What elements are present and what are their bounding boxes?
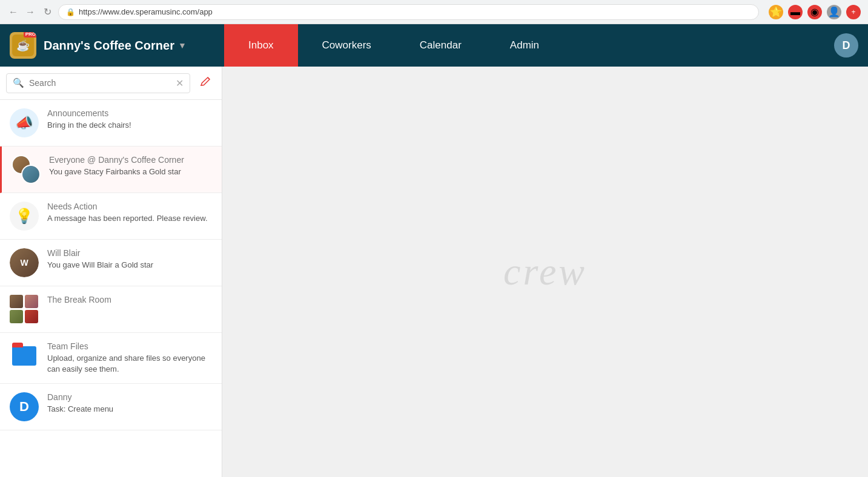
qa2 — [25, 295, 38, 308]
lock-icon: 🔒 — [66, 8, 75, 16]
search-clear-icon[interactable]: ✕ — [176, 77, 184, 89]
announcements-name: Announcements — [47, 108, 212, 118]
team-files-name: Team Files — [47, 341, 212, 351]
main-nav: Inbox Coworkers Calendar Admin — [224, 24, 834, 67]
search-bar: 🔍 ✕ — [0, 67, 222, 100]
needs-action-content: Needs Action A message has been reported… — [47, 202, 212, 224]
inbox-item-team-files[interactable]: Team Files Upload, organize and share fi… — [0, 333, 222, 384]
nav-admin[interactable]: Admin — [486, 24, 563, 67]
inbox-item-announcements[interactable]: 📣 Announcements Bring in the deck chairs… — [0, 100, 222, 146]
will-blair-preview: You gave Will Blair a Gold star — [47, 260, 212, 271]
needs-action-avatar: 💡 — [10, 202, 39, 231]
qa3 — [10, 310, 23, 323]
inbox-item-everyone[interactable]: Everyone @ Danny's Coffee Corner You gav… — [0, 146, 222, 193]
qa1 — [10, 295, 23, 308]
break-room-name: The Break Room — [47, 295, 212, 304]
user-avatar[interactable]: D — [834, 33, 858, 58]
search-input[interactable] — [29, 78, 171, 88]
team-files-avatar — [10, 341, 39, 370]
search-icon: 🔍 — [13, 77, 24, 88]
compose-button[interactable] — [195, 73, 216, 93]
nav-coworkers[interactable]: Coworkers — [298, 24, 396, 67]
everyone-name: Everyone @ Danny's Coffee Corner — [49, 155, 212, 165]
browser-chrome: ← → ↻ 🔒 https://www.dev.speramusinc.com/… — [0, 0, 868, 24]
needs-action-name: Needs Action — [47, 202, 212, 211]
will-blair-avatar: W — [10, 248, 39, 277]
ext-icon-3[interactable]: + — [846, 5, 861, 19]
danny-avatar: D — [10, 392, 39, 421]
folder-shape — [12, 346, 36, 366]
break-room-content: The Break Room — [47, 295, 212, 306]
needs-action-preview: A message has been reported. Please revi… — [47, 213, 212, 224]
lightbulb-icon: 💡 — [15, 208, 33, 225]
reload-button[interactable]: ↻ — [41, 6, 53, 18]
main-content: crew — [222, 67, 868, 477]
sidebar: 🔍 ✕ 📣 Announcements Bring in the deck ch… — [0, 67, 222, 477]
everyone-preview: You gave Stacy Fairbanks a Gold star — [49, 166, 212, 177]
brand-logo[interactable]: ☕ PRO — [10, 32, 36, 59]
inbox-item-needs-action[interactable]: 💡 Needs Action A message has been report… — [0, 193, 222, 240]
crew-watermark: crew — [503, 249, 587, 294]
browser-action-icons: ⭐ ▬ ◉ 👤 + — [769, 5, 861, 19]
inbox-item-break-room[interactable]: The Break Room — [0, 286, 222, 333]
announcements-preview: Bring in the deck chairs! — [47, 120, 212, 131]
everyone-content: Everyone @ Danny's Coffee Corner You gav… — [49, 155, 212, 177]
team-files-content: Team Files Upload, organize and share fi… — [47, 341, 212, 375]
url-text: https://www.dev.speramusinc.com/app — [79, 7, 213, 16]
megaphone-icon: 📣 — [15, 114, 33, 131]
break-room-avatar — [10, 295, 39, 324]
will-blair-content: Will Blair You gave Will Blair a Gold st… — [47, 248, 212, 271]
user-circle-icon[interactable]: 👤 — [827, 5, 841, 19]
address-bar[interactable]: 🔒 https://www.dev.speramusinc.com/app — [58, 4, 759, 20]
announcements-avatar: 📣 — [10, 108, 39, 137]
everyone-avatar — [12, 155, 41, 184]
qa4 — [25, 310, 38, 323]
forward-button[interactable]: → — [24, 6, 36, 18]
danny-name: Danny — [47, 392, 212, 402]
announcements-content: Announcements Bring in the deck chairs! — [47, 108, 212, 131]
brand-section: ☕ PRO Danny's Coffee Corner ▼ — [0, 32, 224, 59]
pro-badge: PRO — [24, 32, 36, 38]
bookmark-icon[interactable]: ⭐ — [769, 5, 783, 19]
ext-icon-1[interactable]: ▬ — [788, 5, 803, 19]
app-header: ☕ PRO Danny's Coffee Corner ▼ Inbox Cowo… — [0, 24, 868, 67]
main-layout: 🔍 ✕ 📣 Announcements Bring in the deck ch… — [0, 67, 868, 477]
ext-icon-2[interactable]: ◉ — [807, 5, 822, 19]
nav-inbox[interactable]: Inbox — [224, 24, 298, 67]
logo-inner: ☕ — [12, 35, 34, 56]
danny-preview: Task: Create menu — [47, 404, 212, 415]
inbox-item-will-blair[interactable]: W Will Blair You gave Will Blair a Gold … — [0, 240, 222, 286]
back-button[interactable]: ← — [7, 6, 19, 18]
nav-calendar[interactable]: Calendar — [396, 24, 486, 67]
inbox-item-danny[interactable]: D Danny Task: Create menu — [0, 384, 222, 430]
danny-content: Danny Task: Create menu — [47, 392, 212, 415]
avatar-2 — [21, 165, 41, 184]
brand-dropdown-arrow[interactable]: ▼ — [178, 41, 187, 50]
search-input-wrap[interactable]: 🔍 ✕ — [6, 73, 190, 93]
brand-name[interactable]: Danny's Coffee Corner ▼ — [44, 39, 187, 53]
team-files-preview: Upload, organize and share files so ever… — [47, 353, 212, 375]
will-blair-name: Will Blair — [47, 248, 212, 258]
